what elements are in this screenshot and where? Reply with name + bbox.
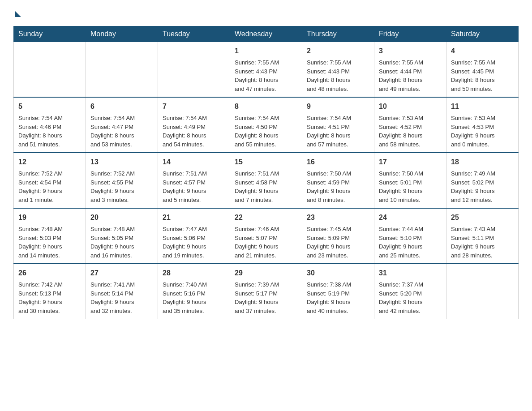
day-info: Sunrise: 7:37 AM Sunset: 5:20 PM Dayligh…	[379, 280, 442, 315]
calendar-cell: 29Sunrise: 7:39 AM Sunset: 5:17 PM Dayli…	[230, 264, 302, 319]
day-number: 8	[235, 101, 297, 112]
day-header-wednesday: Wednesday	[230, 26, 302, 42]
day-info: Sunrise: 7:48 AM Sunset: 5:05 PM Dayligh…	[90, 225, 153, 260]
calendar-cell: 21Sunrise: 7:47 AM Sunset: 5:06 PM Dayli…	[158, 208, 230, 264]
day-number: 13	[90, 157, 153, 167]
calendar-cell	[86, 42, 158, 98]
day-info: Sunrise: 7:52 AM Sunset: 4:55 PM Dayligh…	[90, 169, 153, 204]
day-header-friday: Friday	[374, 26, 446, 42]
calendar-week-row: 26Sunrise: 7:42 AM Sunset: 5:13 PM Dayli…	[14, 264, 519, 319]
calendar-cell: 8Sunrise: 7:54 AM Sunset: 4:50 PM Daylig…	[230, 97, 302, 153]
day-info: Sunrise: 7:47 AM Sunset: 5:06 PM Dayligh…	[163, 225, 225, 260]
calendar-cell: 12Sunrise: 7:52 AM Sunset: 4:54 PM Dayli…	[14, 153, 86, 208]
day-info: Sunrise: 7:48 AM Sunset: 5:03 PM Dayligh…	[18, 225, 81, 260]
calendar-header-row: SundayMondayTuesdayWednesdayThursdayFrid…	[14, 26, 519, 42]
calendar-cell: 30Sunrise: 7:38 AM Sunset: 5:19 PM Dayli…	[302, 264, 374, 319]
day-number: 22	[235, 212, 297, 223]
calendar-cell: 31Sunrise: 7:37 AM Sunset: 5:20 PM Dayli…	[374, 264, 446, 319]
day-number: 15	[235, 157, 297, 167]
day-number: 18	[451, 157, 514, 167]
day-info: Sunrise: 7:54 AM Sunset: 4:47 PM Dayligh…	[90, 114, 153, 149]
calendar-cell: 26Sunrise: 7:42 AM Sunset: 5:13 PM Dayli…	[14, 264, 86, 319]
day-number: 1	[235, 46, 297, 56]
calendar-cell: 7Sunrise: 7:54 AM Sunset: 4:49 PM Daylig…	[158, 97, 230, 153]
day-info: Sunrise: 7:54 AM Sunset: 4:51 PM Dayligh…	[307, 114, 369, 149]
calendar-cell: 24Sunrise: 7:44 AM Sunset: 5:10 PM Dayli…	[374, 208, 446, 264]
day-info: Sunrise: 7:52 AM Sunset: 4:54 PM Dayligh…	[18, 169, 81, 204]
day-header-sunday: Sunday	[14, 26, 86, 42]
calendar-cell: 28Sunrise: 7:40 AM Sunset: 5:16 PM Dayli…	[158, 264, 230, 319]
day-info: Sunrise: 7:51 AM Sunset: 4:58 PM Dayligh…	[235, 169, 297, 204]
calendar-cell: 25Sunrise: 7:43 AM Sunset: 5:11 PM Dayli…	[446, 208, 519, 264]
calendar-cell: 16Sunrise: 7:50 AM Sunset: 4:59 PM Dayli…	[302, 153, 374, 208]
day-info: Sunrise: 7:55 AM Sunset: 4:44 PM Dayligh…	[379, 58, 442, 93]
day-number: 2	[307, 46, 369, 56]
calendar-cell: 23Sunrise: 7:45 AM Sunset: 5:09 PM Dayli…	[302, 208, 374, 264]
day-info: Sunrise: 7:54 AM Sunset: 4:49 PM Dayligh…	[163, 114, 225, 149]
calendar-week-row: 1Sunrise: 7:55 AM Sunset: 4:43 PM Daylig…	[14, 42, 519, 98]
day-number: 16	[307, 157, 369, 167]
calendar-week-row: 5Sunrise: 7:54 AM Sunset: 4:46 PM Daylig…	[14, 97, 519, 153]
day-info: Sunrise: 7:50 AM Sunset: 5:01 PM Dayligh…	[379, 169, 442, 204]
day-info: Sunrise: 7:42 AM Sunset: 5:13 PM Dayligh…	[18, 280, 81, 315]
day-info: Sunrise: 7:40 AM Sunset: 5:16 PM Dayligh…	[163, 280, 225, 315]
day-number: 7	[163, 101, 225, 112]
day-number: 17	[379, 157, 442, 167]
day-number: 20	[90, 212, 153, 223]
day-number: 25	[451, 212, 514, 223]
calendar-cell: 13Sunrise: 7:52 AM Sunset: 4:55 PM Dayli…	[86, 153, 158, 208]
calendar-table: SundayMondayTuesdayWednesdayThursdayFrid…	[13, 26, 519, 319]
calendar-cell	[446, 264, 519, 319]
calendar-cell: 17Sunrise: 7:50 AM Sunset: 5:01 PM Dayli…	[374, 153, 446, 208]
day-number: 21	[163, 212, 225, 223]
calendar-cell: 2Sunrise: 7:55 AM Sunset: 4:43 PM Daylig…	[302, 42, 374, 98]
calendar-cell: 3Sunrise: 7:55 AM Sunset: 4:44 PM Daylig…	[374, 42, 446, 98]
day-number: 6	[90, 101, 153, 112]
calendar-cell	[14, 42, 86, 98]
day-info: Sunrise: 7:55 AM Sunset: 4:45 PM Dayligh…	[451, 58, 514, 93]
day-number: 24	[379, 212, 442, 223]
calendar-cell: 20Sunrise: 7:48 AM Sunset: 5:05 PM Dayli…	[86, 208, 158, 264]
day-number: 19	[18, 212, 81, 223]
calendar-cell: 15Sunrise: 7:51 AM Sunset: 4:58 PM Dayli…	[230, 153, 302, 208]
day-number: 3	[379, 46, 442, 56]
day-info: Sunrise: 7:53 AM Sunset: 4:52 PM Dayligh…	[379, 114, 442, 149]
day-info: Sunrise: 7:51 AM Sunset: 4:57 PM Dayligh…	[163, 169, 225, 204]
day-number: 9	[307, 101, 369, 112]
day-info: Sunrise: 7:53 AM Sunset: 4:53 PM Dayligh…	[451, 114, 514, 149]
day-number: 28	[163, 268, 225, 278]
day-number: 14	[163, 157, 225, 167]
calendar-cell: 9Sunrise: 7:54 AM Sunset: 4:51 PM Daylig…	[302, 97, 374, 153]
day-info: Sunrise: 7:55 AM Sunset: 4:43 PM Dayligh…	[307, 58, 369, 93]
logo-arrow-icon	[15, 11, 21, 17]
day-number: 23	[307, 212, 369, 223]
logo	[13, 9, 21, 17]
calendar-week-row: 12Sunrise: 7:52 AM Sunset: 4:54 PM Dayli…	[14, 153, 519, 208]
day-info: Sunrise: 7:44 AM Sunset: 5:10 PM Dayligh…	[379, 225, 442, 260]
day-info: Sunrise: 7:54 AM Sunset: 4:46 PM Dayligh…	[18, 114, 81, 149]
day-info: Sunrise: 7:49 AM Sunset: 5:02 PM Dayligh…	[451, 169, 514, 204]
day-number: 30	[307, 268, 369, 278]
calendar-week-row: 19Sunrise: 7:48 AM Sunset: 5:03 PM Dayli…	[14, 208, 519, 264]
day-info: Sunrise: 7:45 AM Sunset: 5:09 PM Dayligh…	[307, 225, 369, 260]
calendar-cell: 1Sunrise: 7:55 AM Sunset: 4:43 PM Daylig…	[230, 42, 302, 98]
day-header-saturday: Saturday	[446, 26, 519, 42]
day-number: 4	[451, 46, 514, 56]
calendar-cell: 27Sunrise: 7:41 AM Sunset: 5:14 PM Dayli…	[86, 264, 158, 319]
day-number: 26	[18, 268, 81, 278]
day-number: 27	[90, 268, 153, 278]
day-number: 12	[18, 157, 81, 167]
day-info: Sunrise: 7:46 AM Sunset: 5:07 PM Dayligh…	[235, 225, 297, 260]
day-header-monday: Monday	[86, 26, 158, 42]
day-number: 31	[379, 268, 442, 278]
calendar-cell	[158, 42, 230, 98]
calendar-cell: 18Sunrise: 7:49 AM Sunset: 5:02 PM Dayli…	[446, 153, 519, 208]
day-info: Sunrise: 7:39 AM Sunset: 5:17 PM Dayligh…	[235, 280, 297, 315]
day-info: Sunrise: 7:43 AM Sunset: 5:11 PM Dayligh…	[451, 225, 514, 260]
day-header-thursday: Thursday	[302, 26, 374, 42]
day-info: Sunrise: 7:41 AM Sunset: 5:14 PM Dayligh…	[90, 280, 153, 315]
calendar-cell: 10Sunrise: 7:53 AM Sunset: 4:52 PM Dayli…	[374, 97, 446, 153]
day-info: Sunrise: 7:50 AM Sunset: 4:59 PM Dayligh…	[307, 169, 369, 204]
calendar-cell: 4Sunrise: 7:55 AM Sunset: 4:45 PM Daylig…	[446, 42, 519, 98]
day-info: Sunrise: 7:55 AM Sunset: 4:43 PM Dayligh…	[235, 58, 297, 93]
